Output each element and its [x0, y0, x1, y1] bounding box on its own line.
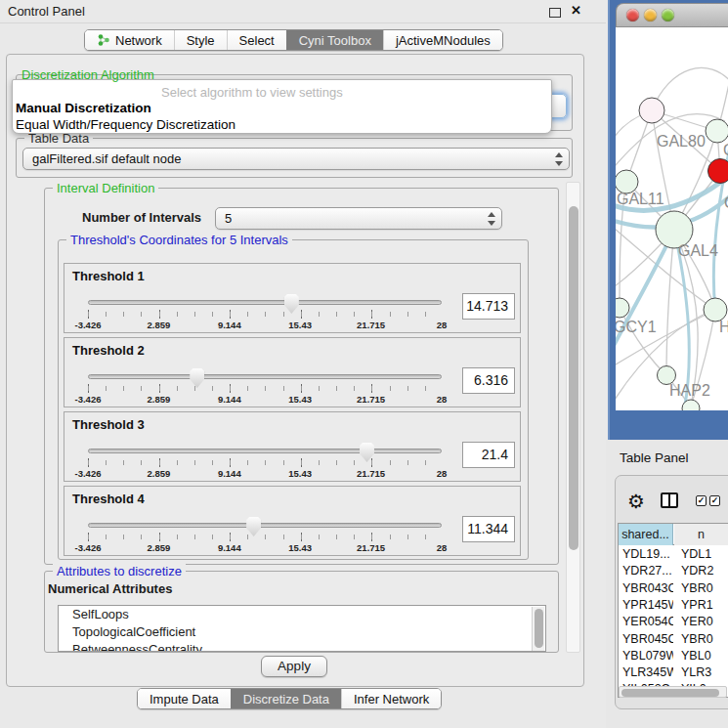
slider-track[interactable] — [88, 523, 442, 528]
network-window-titlebar[interactable] — [616, 3, 728, 27]
tab-discretize-data-label: Discretize Data — [243, 692, 329, 707]
threshold-3-panel: Threshold 3 -3.426 2.859 9.144 15.43 21.… — [64, 411, 521, 482]
table-row[interactable]: YLR345WYLR3 — [619, 664, 728, 681]
tab-select-label: Select — [239, 33, 275, 48]
threshold-2-slider[interactable]: -3.426 2.859 9.144 15.43 21.715 28 — [88, 371, 442, 407]
tab-cyni-toolbox[interactable]: Cyni Toolbox — [286, 30, 383, 50]
tick-label: 21.715 — [357, 394, 385, 405]
panel-scrollbar-thumb[interactable] — [569, 206, 578, 550]
discretization-algorithm-group-title: Discretization Algorithm — [21, 67, 154, 82]
tab-network-label: Network — [115, 33, 162, 48]
attributes-group: Attributes to discretize Numerical Attri… — [44, 571, 559, 653]
close-traffic-light[interactable] — [626, 9, 639, 21]
close-icon[interactable]: ✕ — [571, 3, 581, 18]
threshold-4-slider[interactable]: -3.426 2.859 9.144 15.43 21.715 28 — [88, 520, 442, 555]
columns-icon[interactable] — [661, 492, 678, 508]
cell-name: YBR0 — [681, 580, 728, 597]
dropdown-option-equal-width-frequency[interactable]: Equal Width/Frequency Discretization — [16, 117, 236, 132]
network-icon — [97, 33, 110, 47]
checkbox-icon[interactable]: ✓ — [696, 495, 707, 506]
tick-label: 28 — [437, 542, 448, 553]
dropdown-placeholder: Select algorithm to view settings — [161, 85, 343, 100]
tab-jactivemnodules[interactable]: jActiveMNodules — [383, 30, 502, 50]
threshold-4-value[interactable]: 11.344 — [462, 516, 515, 542]
app-root: Control Panel ✕ Network Style Select Cyn… — [0, 0, 728, 728]
zoom-traffic-light[interactable] — [662, 9, 674, 21]
threshold-1-slider[interactable]: -3.426 2.859 9.144 15.43 21.715 28 — [88, 297, 442, 332]
cell-name: YLR3 — [681, 664, 728, 681]
list-item-betweennesscentrality[interactable]: BetweennessCentrality — [59, 641, 545, 652]
table-row[interactable]: YPR145WYPR1 — [619, 597, 728, 614]
tick-label: 28 — [437, 468, 448, 479]
cell-name: YPR1 — [681, 597, 728, 614]
tab-style-label: Style — [187, 33, 215, 48]
gear-icon[interactable]: ⚙ — [627, 490, 645, 513]
number-of-intervals-combobox[interactable]: 5 — [215, 207, 502, 230]
slider-track[interactable] — [88, 374, 442, 379]
tab-infer-network[interactable]: Infer Network — [341, 689, 441, 708]
tick-label: 2.859 — [148, 542, 171, 553]
node-label-g-partial: G — [723, 142, 728, 158]
column-header-shared-name[interactable]: shared... — [619, 524, 673, 545]
slider-track[interactable] — [88, 300, 442, 305]
slider-minor-ticks — [88, 535, 443, 539]
apply-button[interactable]: Apply — [261, 656, 327, 677]
tick-label: -3.426 — [75, 394, 102, 405]
tab-cyni-toolbox-label: Cyni Toolbox — [299, 33, 371, 48]
float-window-icon[interactable] — [549, 8, 561, 18]
cell-name: YBL0 — [681, 648, 728, 664]
tab-jactivemnodules-label: jActiveMNodules — [396, 33, 491, 48]
cell-shared-name: YBR045C — [622, 631, 673, 648]
threshold-3-value[interactable]: 21.4 — [462, 442, 515, 468]
stepper-icon — [487, 212, 494, 226]
table-horizontal-scrollbar-thumb[interactable] — [621, 689, 719, 697]
list-item-topologicalcoefficient[interactable]: TopologicalCoefficient — [59, 623, 545, 641]
minimize-traffic-light[interactable] — [644, 9, 657, 21]
checkbox-icon[interactable]: ✓ — [709, 495, 720, 506]
list-scrollbar-thumb[interactable] — [535, 609, 543, 648]
tab-network[interactable]: Network — [85, 30, 174, 50]
network-node-top-right[interactable] — [706, 119, 728, 143]
node-attribute-table: shared... n YDL19...YDL1 YDR27...YDR2 YB… — [618, 523, 728, 698]
control-panel-titlebar — [0, 0, 606, 23]
threshold-1-label: Threshold 1 — [72, 269, 145, 283]
tab-impute-data[interactable]: Impute Data — [138, 689, 231, 708]
tick-label: -3.426 — [75, 542, 102, 553]
numerical-attributes-heading: Numerical Attributes — [48, 581, 172, 596]
threshold-1-value[interactable]: 14.713 — [462, 293, 515, 320]
tick-label: 2.859 — [148, 394, 171, 405]
network-node-gal80[interactable] — [639, 98, 664, 123]
table-row[interactable]: YER054CYER0 — [619, 614, 728, 630]
list-scrollbar[interactable] — [532, 607, 544, 652]
table-data-combobox[interactable]: galFiltered.sif default node — [22, 148, 570, 170]
panel-scrollbar[interactable] — [566, 182, 580, 653]
slider-track[interactable] — [88, 449, 442, 453]
threshold-3-slider[interactable]: -3.426 2.859 9.144 15.43 21.715 28 — [88, 446, 442, 481]
list-item-selfloops[interactable]: SelfLoops — [59, 606, 545, 623]
attributes-group-title: Attributes to discretize — [53, 564, 186, 578]
column-header-name[interactable]: n — [674, 524, 728, 545]
node-label-hap2: HAP2 — [669, 382, 710, 399]
cell-name: YDL1 — [681, 546, 728, 563]
tab-discretize-data[interactable]: Discretize Data — [231, 689, 341, 708]
dropdown-option-manual-discretization[interactable]: Manual Discretization — [16, 101, 151, 115]
cell-name: YER0 — [681, 614, 728, 630]
table-row[interactable]: YDR27...YDR2 — [619, 563, 728, 579]
table-row[interactable]: YDL19...YDL1 — [619, 546, 728, 563]
interval-definition-group-title: Interval Definition — [53, 181, 158, 195]
table-row[interactable]: YBR043CYBR0 — [619, 580, 728, 597]
network-node-gcy1[interactable] — [616, 298, 629, 318]
node-label-gcy1: GCY1 — [616, 319, 657, 335]
algorithm-dropdown-popup: Select algorithm to view settings Manual… — [12, 79, 552, 134]
tab-select[interactable]: Select — [227, 30, 286, 50]
table-panel-title: Table Panel — [620, 450, 689, 465]
network-node-red-selected[interactable] — [708, 159, 728, 184]
threshold-2-value[interactable]: 6.316 — [462, 367, 515, 394]
node-label-gal11: GAL11 — [617, 191, 664, 207]
table-row[interactable]: YBL079WYBL0 — [619, 648, 728, 664]
table-horizontal-scrollbar[interactable] — [619, 686, 727, 698]
table-row[interactable]: YBR045CYBR0 — [619, 631, 728, 648]
threshold-2-label: Threshold 2 — [72, 343, 145, 358]
network-canvas[interactable]: GAL80 G C GAL11 GAL4 GCY1 H HAP2 — [616, 27, 728, 410]
tab-style[interactable]: Style — [174, 30, 227, 50]
